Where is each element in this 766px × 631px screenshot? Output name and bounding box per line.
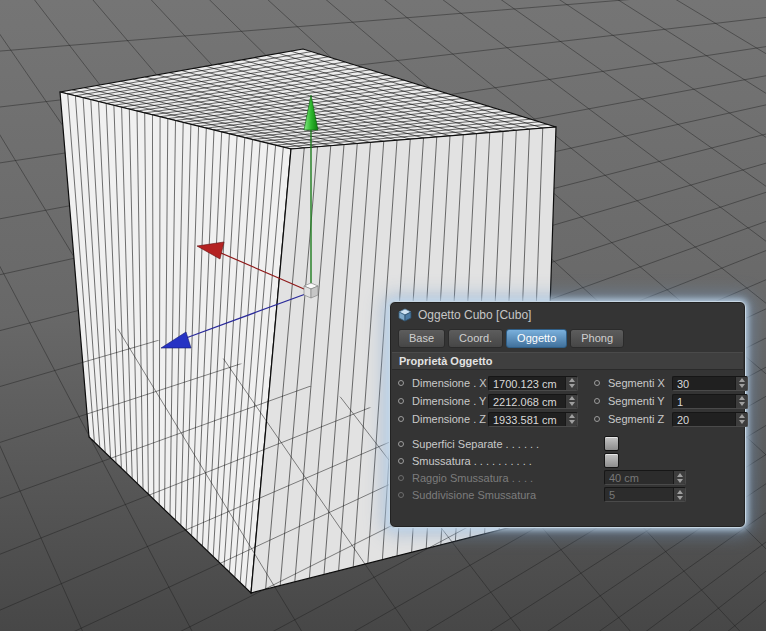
tab-bar: Base Coord. Oggetto Phong: [398, 329, 737, 348]
spinner-up-icon: [677, 490, 683, 494]
tab-base[interactable]: Base: [398, 329, 445, 348]
spinner-up-icon[interactable]: [569, 378, 575, 382]
record-dot[interactable]: [398, 416, 404, 422]
spinner-up-icon[interactable]: [739, 414, 745, 418]
spinner[interactable]: [735, 395, 747, 408]
spinner-down-icon[interactable]: [739, 384, 745, 388]
field-label: Dimensione . X: [412, 377, 488, 389]
spinner-down-icon[interactable]: [569, 420, 575, 424]
attribute-panel: Oggetto Cubo [Cubo] Base Coord. Oggetto …: [389, 301, 746, 528]
record-dot: [398, 475, 404, 481]
superfici-separate-checkbox[interactable]: [604, 436, 619, 451]
dimension-x-input[interactable]: 1700.123 cm: [488, 376, 578, 391]
field-label: Dimensione . Y: [412, 395, 488, 407]
input-value: 1: [677, 395, 734, 409]
input-value: 2212.068 cm: [493, 395, 564, 409]
superfici-separate-row: Superfici Separate . . . . . .: [390, 435, 745, 452]
spinner-down-icon[interactable]: [569, 402, 575, 406]
panel-title: Oggetto Cubo [Cubo]: [418, 308, 531, 322]
field-label: Segmenti X: [608, 377, 672, 389]
field-label: Raggio Smussatura . . . .: [412, 472, 604, 484]
spinner[interactable]: [565, 395, 577, 408]
spinner-up-icon[interactable]: [569, 414, 575, 418]
dimension-y-row: Dimensione . Y 2212.068 cm Segmenti Y 1: [390, 392, 745, 410]
field-label: Smussatura . . . . . . . . . .: [412, 455, 604, 467]
field-label: Segmenti Z: [608, 413, 672, 425]
spinner[interactable]: [565, 413, 577, 426]
spinner-up-icon: [677, 473, 683, 477]
spinner-down-icon: [677, 496, 683, 500]
viewport[interactable]: Oggetto Cubo [Cubo] Base Coord. Oggetto …: [0, 0, 766, 631]
record-dot[interactable]: [398, 441, 404, 447]
spacer: [390, 428, 745, 435]
spinner[interactable]: [565, 377, 577, 390]
segments-x-input[interactable]: 30: [672, 376, 748, 391]
record-dot[interactable]: [594, 398, 600, 404]
tab-oggetto[interactable]: Oggetto: [506, 329, 567, 348]
input-value: 5: [609, 488, 672, 502]
suddivisione-smussatura-row: Suddivisione Smussatura 5: [390, 486, 745, 503]
input-value: 1933.581 cm: [493, 413, 564, 427]
spinner-up-icon[interactable]: [739, 378, 745, 382]
tab-coord[interactable]: Coord.: [448, 329, 503, 348]
spinner-up-icon[interactable]: [739, 396, 745, 400]
suddivisione-smussatura-input: 5: [604, 487, 686, 502]
record-dot[interactable]: [398, 458, 404, 464]
spinner[interactable]: [735, 377, 747, 390]
spinner-up-icon[interactable]: [569, 396, 575, 400]
tab-phong[interactable]: Phong: [570, 329, 624, 348]
cube-object-icon: [398, 308, 412, 322]
smussatura-checkbox[interactable]: [604, 453, 619, 468]
field-label: Suddivisione Smussatura: [412, 489, 604, 501]
spinner: [673, 471, 685, 484]
input-value: 20: [677, 413, 734, 427]
section-header: Proprietà Oggetto: [392, 352, 743, 370]
field-label: Segmenti Y: [608, 395, 672, 407]
field-label: Superfici Separate . . . . . .: [412, 438, 604, 450]
spinner-down-icon[interactable]: [739, 420, 745, 424]
spinner[interactable]: [735, 413, 747, 426]
input-value: 40 cm: [609, 471, 672, 485]
input-value: 1700.123 cm: [493, 377, 564, 391]
raggio-smussatura-row: Raggio Smussatura . . . . 40 cm: [390, 469, 745, 486]
spinner-down-icon[interactable]: [569, 384, 575, 388]
record-dot: [398, 492, 404, 498]
dimension-x-row: Dimensione . X 1700.123 cm Segmenti X 30: [390, 374, 745, 392]
field-label: Dimensione . Z: [412, 413, 488, 425]
spinner-down-icon[interactable]: [739, 402, 745, 406]
input-value: 30: [677, 377, 734, 391]
dimension-z-input[interactable]: 1933.581 cm: [488, 412, 578, 427]
segments-z-input[interactable]: 20: [672, 412, 748, 427]
record-dot[interactable]: [594, 380, 600, 386]
record-dot[interactable]: [594, 416, 600, 422]
smussatura-row: Smussatura . . . . . . . . . .: [390, 452, 745, 469]
dimension-y-input[interactable]: 2212.068 cm: [488, 394, 578, 409]
raggio-smussatura-input: 40 cm: [604, 470, 686, 485]
segments-y-input[interactable]: 1: [672, 394, 748, 409]
panel-titlebar[interactable]: Oggetto Cubo [Cubo]: [390, 302, 745, 326]
spinner: [673, 488, 685, 501]
spinner-down-icon: [677, 479, 683, 483]
record-dot[interactable]: [398, 380, 404, 386]
dimension-z-row: Dimensione . Z 1933.581 cm Segmenti Z 20: [390, 410, 745, 428]
record-dot[interactable]: [398, 398, 404, 404]
